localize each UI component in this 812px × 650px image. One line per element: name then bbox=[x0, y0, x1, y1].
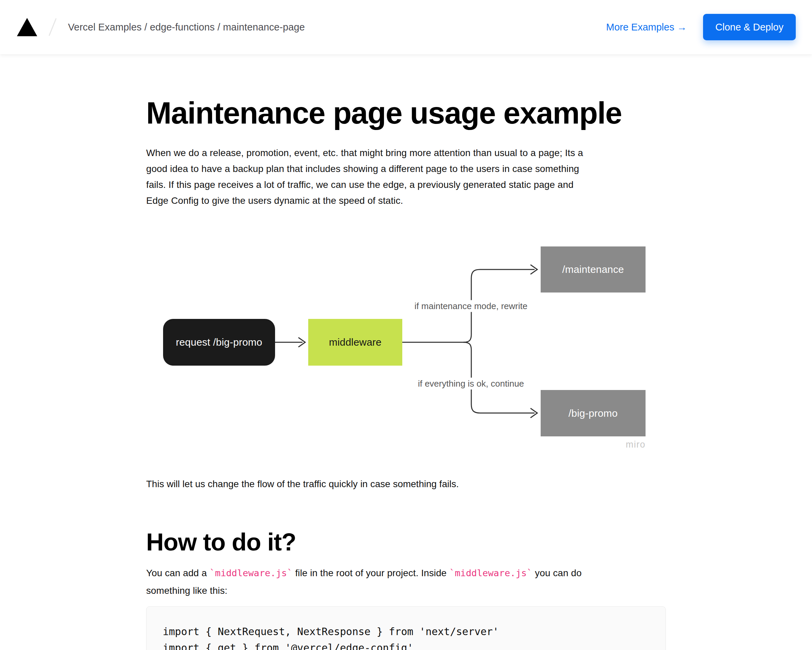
code-block: import { NextRequest, NextResponse } fro… bbox=[146, 606, 666, 650]
more-examples-link[interactable]: More Examples → bbox=[606, 22, 687, 33]
how-text-part1: You can add a bbox=[146, 568, 209, 578]
breadcrumb[interactable]: Vercel Examples / edge-functions / maint… bbox=[68, 22, 305, 33]
page-title: Maintenance page usage example bbox=[146, 97, 666, 129]
slash-divider bbox=[49, 18, 57, 36]
diagram-label-maintenance-mode: if maintenance mode, rewrite bbox=[411, 300, 531, 312]
flow-diagram: request /big-promo middleware /maintenan… bbox=[146, 246, 666, 449]
inline-code-middleware-2: `middleware.js` bbox=[449, 568, 532, 578]
content-column: Maintenance page usage example When we d… bbox=[146, 97, 666, 650]
inline-code-middleware-1: `middleware.js` bbox=[209, 568, 292, 578]
diagram-node-maintenance: /maintenance bbox=[541, 246, 646, 292]
diagram-node-bigpromo: /big-promo bbox=[541, 390, 646, 436]
how-to-title: How to do it? bbox=[146, 528, 666, 556]
diagram-node-middleware: middleware bbox=[308, 319, 402, 366]
intro-paragraph: When we do a release, promotion, event, … bbox=[146, 145, 666, 208]
diagram-node-request: request /big-promo bbox=[163, 319, 275, 366]
after-diagram-paragraph: This will let us change the flow of the … bbox=[146, 476, 666, 492]
how-text-part2: file in the root of your project. Inside bbox=[293, 568, 449, 578]
top-nav: Vercel Examples / edge-functions / maint… bbox=[0, 0, 812, 54]
code-block-content: import { NextRequest, NextResponse } fro… bbox=[163, 624, 649, 650]
how-to-paragraph: You can add a `middleware.js` file in th… bbox=[146, 564, 666, 600]
miro-watermark: miro bbox=[626, 439, 646, 450]
clone-deploy-button[interactable]: Clone & Deploy bbox=[703, 14, 796, 40]
diagram-label-ok-continue: if everything is ok, continue bbox=[414, 378, 528, 390]
vercel-logo-icon[interactable] bbox=[17, 18, 37, 36]
